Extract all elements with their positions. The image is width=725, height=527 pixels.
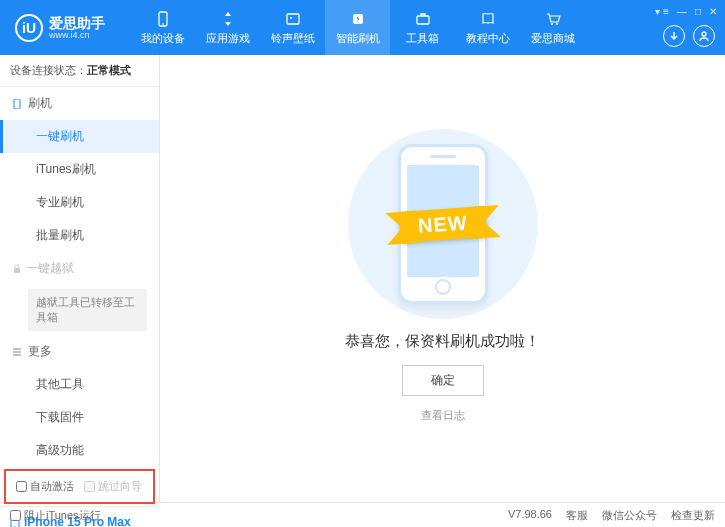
toolbox-icon [414,10,432,28]
user-button[interactable] [693,25,715,47]
maximize-button[interactable]: □ [695,6,701,17]
svg-point-1 [162,23,164,25]
app-header: iU 爱思助手 www.i4.cn 我的设备 应用游戏 铃声壁纸 智能刷机 工具… [0,0,725,55]
phone-icon [154,10,172,28]
book-icon [479,10,497,28]
footer-support[interactable]: 客服 [566,508,588,523]
svg-rect-5 [417,16,429,24]
auto-activate-checkbox[interactable]: 自动激活 [16,479,74,494]
nav-toolbox[interactable]: 工具箱 [390,0,455,55]
cart-icon [544,10,562,28]
logo: iU 爱思助手 www.i4.cn [0,14,120,42]
app-title: 爱思助手 [49,16,105,30]
success-message: 恭喜您，保资料刷机成功啦！ [345,332,540,351]
svg-point-3 [290,17,292,19]
download-button[interactable] [663,25,685,47]
svg-rect-2 [287,14,299,24]
view-log-link[interactable]: 查看日志 [421,408,465,423]
footer-update[interactable]: 检查更新 [671,508,715,523]
confirm-button[interactable]: 确定 [402,365,484,396]
sidebar-item-other-tools[interactable]: 其他工具 [0,368,159,401]
window-controls: ▾ ≡ — □ ✕ [655,6,717,17]
top-nav: 我的设备 应用游戏 铃声壁纸 智能刷机 工具箱 教程中心 爱思商城 [130,0,585,55]
flash-icon [349,10,367,28]
lock-icon [12,264,22,274]
svg-point-6 [551,23,553,25]
close-button[interactable]: ✕ [709,6,717,17]
block-itunes-checkbox[interactable]: 阻止iTunes运行 [10,508,101,523]
section-jailbreak: 一键越狱 [0,252,159,285]
nav-my-device[interactable]: 我的设备 [130,0,195,55]
flash-small-icon [12,99,22,109]
logo-icon: iU [15,14,43,42]
nav-apps[interactable]: 应用游戏 [195,0,260,55]
sidebar-item-advanced[interactable]: 高级功能 [0,434,159,467]
sidebar-item-pro-flash[interactable]: 专业刷机 [0,186,159,219]
menu-icon[interactable]: ▾ ≡ [655,6,669,17]
footer-wechat[interactable]: 微信公众号 [602,508,657,523]
nav-ringtones[interactable]: 铃声壁纸 [260,0,325,55]
nav-store[interactable]: 爱思商城 [520,0,585,55]
version-label: V7.98.66 [508,508,552,523]
sidebar-item-download-firmware[interactable]: 下载固件 [0,401,159,434]
section-more[interactable]: 更多 [0,335,159,368]
new-ribbon: NEW [399,206,487,243]
main-content: NEW 恭喜您，保资料刷机成功啦！ 确定 查看日志 [160,55,725,502]
minimize-button[interactable]: — [677,6,687,17]
svg-point-7 [556,23,558,25]
apps-icon [219,10,237,28]
svg-rect-9 [14,99,20,109]
options-row: 自动激活 跳过向导 [4,469,155,504]
sidebar-item-onekey-flash[interactable]: 一键刷机 [0,120,159,153]
success-illustration: NEW [343,134,543,314]
connection-status: 设备连接状态：正常模式 [0,55,159,87]
nav-flash[interactable]: 智能刷机 [325,0,390,55]
svg-rect-10 [14,268,20,273]
app-url: www.i4.cn [49,30,105,40]
sidebar-item-itunes-flash[interactable]: iTunes刷机 [0,153,159,186]
skip-guide-checkbox[interactable]: 跳过向导 [84,479,142,494]
nav-tutorials[interactable]: 教程中心 [455,0,520,55]
svg-point-8 [702,32,706,36]
image-icon [284,10,302,28]
jailbreak-notice: 越狱工具已转移至工具箱 [28,289,147,331]
sidebar-item-batch-flash[interactable]: 批量刷机 [0,219,159,252]
sidebar: 设备连接状态：正常模式 刷机 一键刷机 iTunes刷机 专业刷机 批量刷机 一… [0,55,160,502]
list-icon [12,347,22,357]
section-flash[interactable]: 刷机 [0,87,159,120]
